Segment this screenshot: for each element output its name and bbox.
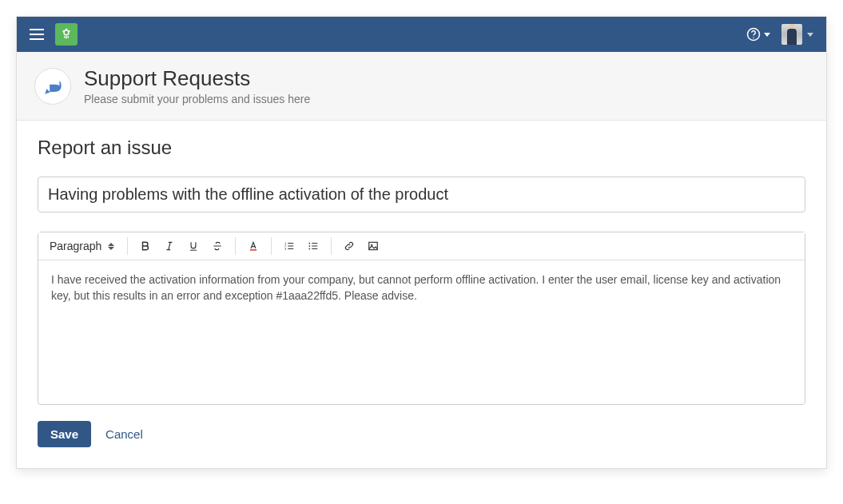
text-color-button[interactable] — [242, 236, 264, 256]
svg-point-3 — [54, 81, 56, 84]
separator — [127, 237, 128, 255]
image-button[interactable] — [362, 236, 384, 256]
bold-icon — [140, 240, 151, 252]
underline-button[interactable] — [182, 236, 205, 256]
sort-icon — [108, 243, 114, 250]
page-subtitle: Please submit your problems and issues h… — [84, 93, 310, 105]
strikethrough-icon — [212, 240, 223, 252]
separator — [331, 237, 332, 255]
rocket-icon — [34, 68, 71, 105]
issue-title-input[interactable] — [38, 177, 805, 212]
separator — [235, 237, 236, 255]
strikethrough-button[interactable] — [206, 236, 229, 256]
underline-icon — [188, 240, 199, 252]
unordered-list-button[interactable] — [302, 236, 324, 256]
issue-body-editor[interactable]: I have received the activation informati… — [38, 260, 805, 404]
svg-point-2 — [753, 37, 754, 38]
top-navbar — [17, 17, 826, 52]
navbar-left — [30, 23, 78, 46]
app-logo[interactable] — [55, 23, 78, 46]
svg-point-0 — [64, 30, 69, 35]
page-header: Support Requests Please submit your prob… — [17, 52, 826, 121]
help-icon — [746, 27, 761, 42]
user-menu[interactable] — [781, 24, 813, 45]
svg-rect-11 — [369, 242, 378, 249]
help-menu[interactable] — [746, 27, 770, 42]
separator — [271, 237, 272, 255]
app-frame: Support Requests Please submit your prob… — [16, 16, 827, 469]
svg-point-9 — [309, 245, 311, 247]
caret-down-icon — [807, 33, 813, 37]
rich-editor: Paragraph — [38, 232, 805, 405]
svg-rect-4 — [250, 249, 256, 251]
paragraph-format-select[interactable]: Paragraph — [43, 236, 121, 256]
text-color-icon — [248, 240, 259, 252]
svg-text:3: 3 — [285, 248, 287, 251]
bold-button[interactable] — [134, 236, 157, 256]
italic-icon — [164, 240, 175, 252]
save-button[interactable]: Save — [38, 421, 91, 447]
unordered-list-icon — [308, 240, 319, 252]
avatar — [781, 24, 802, 45]
ordered-list-icon: 123 — [284, 240, 295, 252]
menu-icon[interactable] — [30, 29, 44, 40]
navbar-right — [746, 24, 813, 45]
form-heading: Report an issue — [38, 137, 805, 159]
svg-point-10 — [309, 248, 311, 250]
form-actions: Save Cancel — [38, 421, 805, 447]
editor-toolbar: Paragraph — [38, 232, 805, 260]
content: Report an issue Paragraph — [17, 121, 826, 468]
ordered-list-button[interactable]: 123 — [278, 236, 300, 256]
image-icon — [368, 240, 379, 252]
link-icon — [344, 240, 355, 252]
link-button[interactable] — [338, 236, 360, 256]
caret-down-icon — [764, 33, 770, 37]
svg-point-8 — [309, 243, 311, 244]
format-label: Paragraph — [50, 240, 101, 252]
cancel-link[interactable]: Cancel — [105, 427, 143, 441]
page-title: Support Requests — [84, 66, 310, 91]
italic-button[interactable] — [158, 236, 181, 256]
header-text: Support Requests Please submit your prob… — [84, 66, 310, 105]
